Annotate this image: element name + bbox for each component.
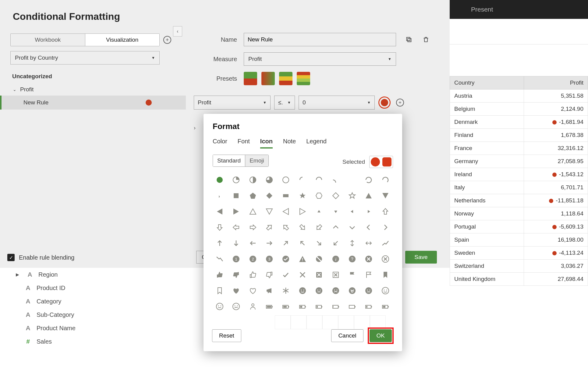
bookmark-filled-icon[interactable] [378, 268, 392, 282]
tab-color[interactable]: Color [213, 138, 227, 149]
megaphone-icon[interactable] [262, 284, 276, 298]
circle-half-icon[interactable] [246, 173, 260, 187]
checkbox-checked-icon[interactable]: ✓ [7, 254, 15, 261]
tab-legend[interactable]: Legend [306, 138, 327, 149]
diamond-outline-icon[interactable] [329, 189, 343, 203]
table-row[interactable]: Netherlands-11,851.18 [450, 194, 588, 207]
table-row[interactable]: Sweden-4,113.24 [450, 247, 588, 260]
cond-color-swatch[interactable] [378, 96, 391, 109]
col-country[interactable]: Country [450, 76, 524, 89]
chevron-right-icon[interactable] [378, 220, 392, 234]
battery-mid-icon[interactable] [378, 299, 392, 313]
circle-filled-icon[interactable] [213, 173, 227, 187]
arrow-down-icon[interactable] [229, 236, 243, 250]
duplicate-icon[interactable] [405, 35, 413, 44]
rect-icon[interactable] [279, 189, 293, 203]
table-row[interactable]: Finland1,678.38 [450, 129, 588, 142]
heart-outline-icon[interactable] [246, 284, 260, 298]
pentagon-icon[interactable] [246, 189, 260, 203]
info-icon[interactable]: i [329, 252, 343, 266]
arrows-v-icon[interactable] [345, 236, 359, 250]
preset-4[interactable] [297, 72, 310, 85]
x-circle-outline-icon[interactable] [378, 252, 392, 266]
diamond-icon[interactable] [262, 189, 276, 203]
col-profit[interactable]: Profit [524, 76, 588, 89]
arrow-down-outline-icon[interactable] [213, 220, 227, 234]
face-neutral-outline-icon[interactable] [213, 299, 227, 313]
thumb-down-outline-icon[interactable] [262, 268, 276, 282]
trend-down-icon[interactable] [213, 252, 227, 266]
flag-filled-icon[interactable] [345, 268, 359, 282]
expand-row[interactable]: › [194, 125, 196, 131]
arc5-icon[interactable] [362, 173, 376, 187]
preset-2[interactable] [261, 72, 275, 85]
enable-blending-row[interactable]: ✓ Enable rule blending [7, 254, 74, 261]
arrow-ne-outline-icon[interactable] [262, 220, 276, 234]
table-row[interactable]: Spain16,198.00 [450, 233, 588, 247]
tab-font[interactable]: Font [238, 138, 250, 149]
thumb-down-icon[interactable] [229, 268, 243, 282]
tab-workbook[interactable]: Workbook [11, 34, 85, 46]
table-row[interactable]: Ireland-1,543.12 [450, 168, 588, 181]
person-icon[interactable] [246, 299, 260, 313]
reset-button[interactable]: Reset [212, 329, 241, 342]
arc6-icon[interactable] [378, 173, 392, 187]
arrow-left-icon[interactable] [246, 236, 260, 250]
field-product-name[interactable]: AProduct Name [9, 321, 114, 335]
tri-left-icon[interactable] [213, 205, 227, 219]
arrow-se-icon[interactable] [312, 236, 326, 250]
tree-item-new-rule[interactable]: New Rule [0, 96, 186, 110]
collapse-sidebar-button[interactable]: ‹ [173, 26, 182, 37]
arrow-se-outline-icon[interactable] [296, 220, 310, 234]
battery-25-icon[interactable] [312, 299, 326, 313]
x-icon[interactable] [296, 268, 310, 282]
face-surprise-icon[interactable] [345, 284, 359, 298]
table-row[interactable]: France32,316.12 [450, 142, 588, 155]
check-icon[interactable] [279, 268, 293, 282]
arrow-left-outline-icon[interactable] [229, 220, 243, 234]
asterisk-icon[interactable] [279, 284, 293, 298]
battery-full-icon[interactable] [262, 299, 276, 313]
field-category[interactable]: ACategory [9, 295, 114, 308]
arc3-icon[interactable] [329, 173, 343, 187]
small-up-icon[interactable] [312, 205, 326, 219]
cond-field-select[interactable]: Profit▼ [194, 96, 271, 110]
preset-3[interactable] [279, 72, 292, 85]
table-row[interactable]: United Kingdom27,698.44 [450, 273, 588, 286]
present-label[interactable]: Present [471, 6, 493, 13]
mode-standard[interactable]: Standard [213, 155, 245, 166]
tri-up-outline-icon[interactable] [246, 205, 260, 219]
square-filled-icon[interactable] [229, 189, 243, 203]
add-condition-button[interactable]: + [396, 99, 404, 107]
add-rule-button[interactable]: + [163, 36, 171, 44]
tab-visualization[interactable]: Visualization [85, 34, 160, 46]
table-row[interactable]: Norway1,118.64 [450, 207, 588, 220]
ban-icon[interactable] [312, 252, 326, 266]
battery-75-icon[interactable] [279, 299, 293, 313]
x-circle-icon[interactable] [362, 252, 376, 266]
preset-1[interactable] [244, 72, 257, 85]
arrow-nw-outline-icon[interactable] [279, 220, 293, 234]
comma-icon[interactable] [213, 189, 227, 203]
arc4-icon[interactable] [345, 173, 359, 187]
heart-filled-icon[interactable] [229, 284, 243, 298]
trend-up-icon[interactable] [378, 236, 392, 250]
circle-outline-icon[interactable] [279, 173, 293, 187]
name-input[interactable] [244, 33, 396, 46]
arrow-up-icon[interactable] [213, 236, 227, 250]
tri-right-outline-icon[interactable] [296, 205, 310, 219]
warning-icon[interactable] [296, 252, 310, 266]
table-row[interactable]: Italy6,701.71 [450, 181, 588, 194]
num-2-icon[interactable]: 2 [246, 252, 260, 266]
battery-50-icon[interactable] [296, 299, 310, 313]
delete-icon[interactable] [422, 35, 430, 44]
circle-q3-icon[interactable] [262, 173, 276, 187]
x-box-filled-icon[interactable] [312, 268, 326, 282]
num-1-icon[interactable]: 1 [229, 252, 243, 266]
tab-icon[interactable]: Icon [260, 138, 273, 149]
tri-down-outline-icon[interactable] [262, 205, 276, 219]
cancel-button[interactable]: Cancel [331, 329, 363, 342]
save-button[interactable]: Save [405, 251, 437, 264]
question-icon[interactable]: ? [345, 252, 359, 266]
hexagon-icon[interactable] [312, 189, 326, 203]
